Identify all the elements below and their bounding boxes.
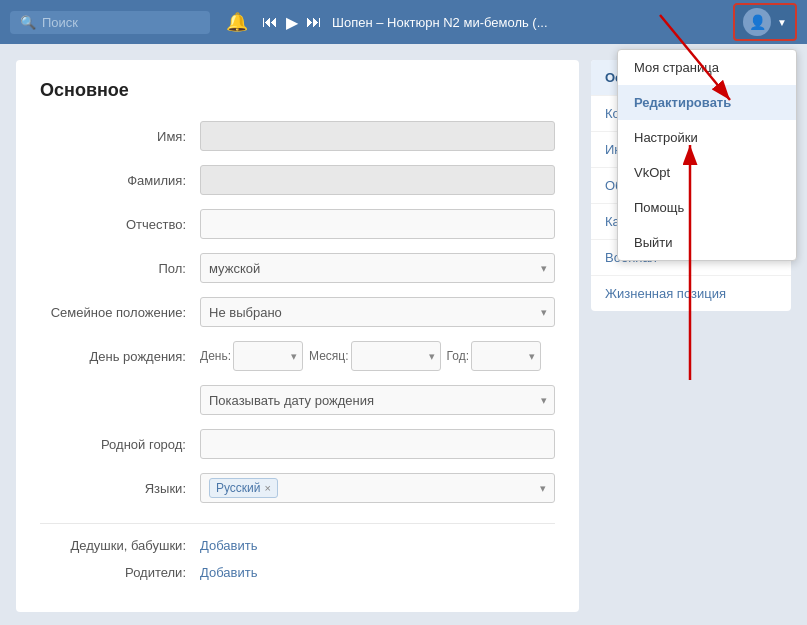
birthday-label: День рождения: [40, 349, 200, 364]
menu-item-my-page[interactable]: Моя страница [618, 50, 796, 85]
first-name-input[interactable] [200, 121, 555, 151]
search-box[interactable]: 🔍 [10, 11, 210, 34]
grandparents-label: Дедушки, бабушки: [40, 538, 200, 553]
add-grandparents-link[interactable]: Добавить [200, 538, 257, 553]
last-name-row: Фамилия: [40, 165, 555, 195]
patronymic-row: Отчество: [40, 209, 555, 239]
player-controls: ⏮ ▶ ⏭ [262, 13, 322, 32]
birthday-month-select[interactable] [351, 341, 441, 371]
languages-input-wrap[interactable]: Русский × ▾ [200, 473, 555, 503]
chevron-down-icon: ▼ [777, 17, 787, 28]
birthday-year-label: Год: [447, 349, 469, 363]
birthday-year-select[interactable] [471, 341, 541, 371]
sidebar-item-life[interactable]: Жизненная позиция [591, 276, 791, 311]
last-name-input[interactable] [200, 165, 555, 195]
menu-item-vkopt[interactable]: VkOpt [618, 155, 796, 190]
search-input[interactable] [42, 15, 182, 30]
language-tag-russian: Русский × [209, 478, 278, 498]
patronymic-label: Отчество: [40, 217, 200, 232]
parents-row: Родители: Добавить [40, 565, 555, 580]
show-birthday-row: Показывать дату рождения ▾ [40, 385, 555, 415]
marital-row: Семейное положение: Не выбрано ▾ [40, 297, 555, 327]
hometown-input[interactable] [200, 429, 555, 459]
birthday-month-wrap: Месяц: ▾ [309, 341, 441, 371]
bell-icon[interactable]: 🔔 [226, 11, 248, 33]
edit-panel: Основное Имя: Фамилия: Отчество: Пол: му… [16, 60, 579, 612]
menu-item-edit[interactable]: Редактировать [618, 85, 796, 120]
hometown-label: Родной город: [40, 437, 200, 452]
gender-row: Пол: мужской женский ▾ [40, 253, 555, 283]
birthday-selects: День: ▾ Месяц: ▾ Год: ▾ [200, 341, 555, 371]
remove-language-button[interactable]: × [265, 482, 271, 494]
menu-item-logout[interactable]: Выйти [618, 225, 796, 260]
marital-select-wrapper: Не выбрано ▾ [200, 297, 555, 327]
birthday-year-wrap: Год: ▾ [447, 341, 541, 371]
gender-label: Пол: [40, 261, 200, 276]
user-menu-button[interactable]: 👤 ▼ [733, 3, 797, 41]
languages-chevron-icon: ▾ [540, 482, 546, 495]
page-title: Основное [40, 80, 555, 101]
birthday-day-wrap: День: ▾ [200, 341, 303, 371]
gender-select-wrapper: мужской женский ▾ [200, 253, 555, 283]
next-button[interactable]: ⏭ [306, 13, 322, 31]
parents-label: Родители: [40, 565, 200, 580]
show-birthday-indent [40, 385, 200, 415]
menu-item-help[interactable]: Помощь [618, 190, 796, 225]
birthday-month-label: Месяц: [309, 349, 349, 363]
first-name-row: Имя: [40, 121, 555, 151]
last-name-label: Фамилия: [40, 173, 200, 188]
dropdown-menu: Моя страница Редактировать Настройки VkO… [617, 49, 797, 261]
search-icon: 🔍 [20, 15, 36, 30]
first-name-label: Имя: [40, 129, 200, 144]
hometown-row: Родной город: [40, 429, 555, 459]
languages-label: Языки: [40, 481, 200, 496]
menu-item-settings[interactable]: Настройки [618, 120, 796, 155]
track-title: Шопен – Ноктюрн N2 ми-бемоль (... [332, 15, 723, 30]
topbar: 🔍 🔔 ⏮ ▶ ⏭ Шопен – Ноктюрн N2 ми-бемоль (… [0, 0, 807, 44]
patronymic-input[interactable] [200, 209, 555, 239]
marital-label: Семейное положение: [40, 305, 200, 320]
gender-select[interactable]: мужской женский [200, 253, 555, 283]
avatar: 👤 [743, 8, 771, 36]
birthday-day-label: День: [200, 349, 231, 363]
birthday-day-select[interactable] [233, 341, 303, 371]
relatives-section: Дедушки, бабушки: Добавить Родители: Доб… [40, 523, 555, 580]
marital-select[interactable]: Не выбрано [200, 297, 555, 327]
play-button[interactable]: ▶ [286, 13, 298, 32]
languages-row: Языки: Русский × ▾ [40, 473, 555, 503]
prev-button[interactable]: ⏮ [262, 13, 278, 31]
grandparents-row: Дедушки, бабушки: Добавить [40, 538, 555, 553]
birthday-row: День рождения: День: ▾ Месяц: ▾ Год: ▾ [40, 341, 555, 371]
show-birthday-select-wrap: Показывать дату рождения ▾ [200, 385, 555, 415]
add-parents-link[interactable]: Добавить [200, 565, 257, 580]
show-birthday-select[interactable]: Показывать дату рождения [200, 385, 555, 415]
